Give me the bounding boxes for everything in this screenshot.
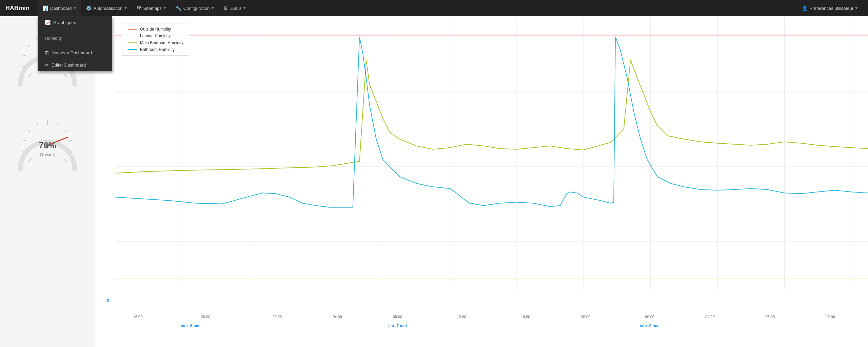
chart-svg xyxy=(115,16,868,316)
date-label-1: jeu. 7 mai xyxy=(388,324,407,328)
nav-item-user[interactable]: 👤 Préférences utilisateur xyxy=(797,0,863,16)
time-tick-9: 04:00 xyxy=(705,315,715,319)
time-tick-3: 04:00 xyxy=(333,315,342,319)
gauge-outside-values: 76% Outside xyxy=(39,140,56,157)
gauge-outside: 76% Outside xyxy=(7,108,88,183)
user-caret xyxy=(855,7,858,9)
time-tick-5: 12:00 xyxy=(457,315,466,319)
legend-label-bathroom: Bathroom Humidity xyxy=(140,47,175,52)
legend-item-bathroom-humidity: Bathroom Humidity xyxy=(128,47,183,52)
dashboard-caret xyxy=(74,7,76,9)
svg-line-15 xyxy=(23,140,26,141)
nav-items: 📊 Dashboard 📈 Graphiques Humidity ⊞ Nouv… xyxy=(38,0,797,16)
time-tick-6: 16:00 xyxy=(521,315,530,319)
svg-line-16 xyxy=(28,130,31,132)
nav-item-outils[interactable]: 🖥 Outils xyxy=(219,0,251,16)
automatisation-caret xyxy=(124,7,127,9)
nouveau-dashboard-icon: ⊞ xyxy=(45,50,49,55)
time-tick-0: 16:00 xyxy=(133,315,143,319)
legend-label-main-bedroom: Main Bedroom Humidity xyxy=(140,40,183,45)
dropdown-divider-1 xyxy=(38,30,112,30)
svg-line-3 xyxy=(28,45,31,47)
outils-icon: 🖥 xyxy=(223,5,228,11)
sitemaps-caret xyxy=(163,7,166,9)
gauge-outside-label: Outside xyxy=(40,152,55,157)
nav-item-automatisation[interactable]: ⚙️ Automatisation xyxy=(81,0,132,16)
svg-line-23 xyxy=(63,159,67,162)
app-brand[interactable]: HABmin xyxy=(5,5,29,12)
legend-line-lounge xyxy=(128,36,137,36)
legend-line-outside xyxy=(128,29,137,30)
configuration-icon: 🔧 xyxy=(176,5,181,11)
dropdown-graphiques[interactable]: 📈 Graphiques xyxy=(38,16,112,29)
time-tick-11: 12:00 xyxy=(826,315,835,319)
chart-area: Outside Humidity Lounge Humidity Main Be… xyxy=(95,16,868,347)
nav-item-user-label: Préférences utilisateur xyxy=(810,6,853,11)
time-tick-10: 08:00 xyxy=(766,315,775,319)
legend-label-lounge: Lounge Humidity xyxy=(140,34,171,38)
nav-item-configuration-label: Configuration xyxy=(183,6,210,11)
dropdown-humidity-header: Humidity xyxy=(38,32,112,43)
dropdown-nouveau-dashboard[interactable]: ⊞ Nouveau Dashboard xyxy=(38,47,112,59)
nav-item-configuration[interactable]: 🔧 Configuration xyxy=(171,0,219,16)
dropdown-nouveau-dashboard-label: Nouveau Dashboard xyxy=(52,50,92,55)
nav-item-dashboard-label: Dashboard xyxy=(50,6,72,11)
user-icon: 👤 xyxy=(802,5,808,11)
nav-item-dashboard[interactable]: 📊 Dashboard 📈 Graphiques Humidity ⊞ Nouv… xyxy=(38,0,81,16)
nav-item-automatisation-label: Automatisation xyxy=(94,6,123,11)
legend-item-main-bedroom-humidity: Main Bedroom Humidity xyxy=(128,40,183,45)
svg-line-17 xyxy=(37,123,38,126)
legend-item-outside-humidity: Outside Humidity xyxy=(128,27,183,32)
legend-item-lounge-humidity: Lounge Humidity xyxy=(128,34,183,38)
time-tick-1: 20:00 xyxy=(201,315,211,319)
y-axis-zero-label: 0 xyxy=(107,298,109,303)
time-axis: 16:00 20:00 00:00 04:00 08:00 12:00 16:0… xyxy=(115,315,868,322)
dashboard-icon: 📊 xyxy=(42,5,48,11)
dropdown-editer-dashboard[interactable]: ✏ Editer Dashboard xyxy=(38,59,112,71)
dropdown-editer-dashboard-label: Editer Dashboard xyxy=(52,62,86,68)
date-label-2: ven. 8 mai xyxy=(640,324,659,328)
nav-item-outils-label: Outils xyxy=(230,6,241,11)
svg-line-2 xyxy=(23,55,26,56)
nav-item-sitemaps[interactable]: 🗺 Sitemaps xyxy=(132,0,171,16)
dropdown-divider-2 xyxy=(38,45,112,45)
date-axis: mer. 6 mai jeu. 7 mai ven. 8 mai xyxy=(115,324,868,332)
main-content: 66% Inside xyxy=(0,16,868,347)
time-tick-4: 08:00 xyxy=(393,315,402,319)
legend-line-main-bedroom xyxy=(128,42,137,43)
nav-right: 👤 Préférences utilisateur xyxy=(797,0,863,16)
outils-caret xyxy=(243,7,246,9)
nav-item-sitemaps-label: Sitemaps xyxy=(143,6,162,11)
time-tick-7: 20:00 xyxy=(581,315,591,319)
gauge-outside-container: 76% Outside xyxy=(10,108,85,183)
navbar: HABmin 📊 Dashboard 📈 Graphiques Humidity… xyxy=(0,0,868,16)
automatisation-icon: ⚙️ xyxy=(86,5,92,11)
editer-dashboard-icon: ✏ xyxy=(45,62,49,68)
svg-line-20 xyxy=(64,130,67,132)
svg-line-13 xyxy=(28,159,32,162)
time-tick-8: 00:00 xyxy=(645,315,654,319)
sitemaps-icon: 🗺 xyxy=(137,5,141,11)
dashboard-dropdown: 📈 Graphiques Humidity ⊞ Nouveau Dashboar… xyxy=(38,16,112,71)
svg-line-0 xyxy=(28,74,32,77)
gauge-outside-value: 76% xyxy=(39,140,56,151)
legend-line-bathroom xyxy=(128,49,137,50)
graphiques-icon: 📈 xyxy=(45,20,51,25)
time-tick-2: 00:00 xyxy=(273,315,282,319)
svg-line-10 xyxy=(63,74,67,77)
dropdown-graphiques-label: Graphiques xyxy=(53,20,76,25)
svg-line-21 xyxy=(69,140,72,141)
chart-legend: Outside Humidity Lounge Humidity Main Be… xyxy=(122,23,189,56)
svg-line-19 xyxy=(57,123,58,126)
configuration-caret xyxy=(211,7,214,9)
legend-label-outside: Outside Humidity xyxy=(140,27,171,32)
date-label-0: mer. 6 mai xyxy=(181,324,201,328)
